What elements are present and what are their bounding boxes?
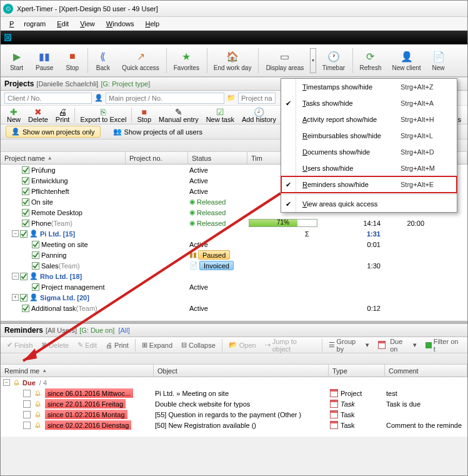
- row-checkbox[interactable]: [22, 220, 29, 227]
- row-checkbox[interactable]: [22, 198, 29, 206]
- expand-toggle[interactable]: −: [12, 230, 19, 237]
- menu-help[interactable]: Help: [140, 19, 164, 29]
- row-checkbox[interactable]: [32, 262, 39, 270]
- manual-entry-button[interactable]: ✎Manual entry: [155, 107, 202, 123]
- collapse-button[interactable]: ⊟Collapse: [177, 340, 219, 350]
- end-work-day-button[interactable]: 🏠End work day: [209, 46, 257, 76]
- favorites-button[interactable]: ★Favorites: [168, 46, 206, 76]
- reminder-grid[interactable]: −🕭Due/ 4🕭since 06.01.2016 Mittwoc...Pi L…: [1, 377, 467, 437]
- menu-item[interactable]: ✔Reminders show/hideStrg+Alt+E: [281, 176, 457, 193]
- reminder-group-row[interactable]: −🕭Due/ 4: [1, 377, 467, 388]
- sigma-icon: Σ: [305, 230, 309, 238]
- reminder-checkbox[interactable]: [23, 411, 31, 418]
- col-type[interactable]: Type: [329, 365, 385, 377]
- row-checkbox[interactable]: [22, 188, 29, 195]
- table-row[interactable]: Sales (Team)📄Invoiced1:30: [1, 260, 467, 271]
- table-row[interactable]: Meeting on siteActive0:01: [1, 239, 467, 250]
- open-button[interactable]: 📂Open: [225, 340, 260, 350]
- rem-delete-button[interactable]: ✖Delete: [37, 340, 72, 350]
- row-checkbox[interactable]: [22, 209, 29, 216]
- rem-edit-button[interactable]: ✎Edit: [74, 340, 101, 350]
- table-row[interactable]: Project managementActive: [1, 281, 467, 292]
- menu-item[interactable]: Users show/hideStrg+Alt+M: [281, 160, 457, 176]
- col-project-name[interactable]: Project name: [1, 152, 126, 164]
- start-button[interactable]: ▶Start: [3, 46, 31, 76]
- quick-access-button[interactable]: ↗Quick access: [117, 46, 164, 76]
- row-label: Phone: [31, 220, 51, 227]
- main-project-filter-input[interactable]: [106, 93, 224, 104]
- menu-item[interactable]: Documents show/hideStrg+Alt+D: [281, 144, 457, 160]
- row-checkbox[interactable]: [20, 230, 27, 238]
- show-all-projects-toggle[interactable]: 👥Show projects of all users: [108, 126, 207, 137]
- row-checkbox[interactable]: [20, 273, 27, 280]
- export-excel-button[interactable]: ⎘Export to Excel: [76, 107, 130, 123]
- display-areas-button[interactable]: ▭Display areas: [260, 46, 310, 76]
- filter-button[interactable]: Filter on t: [422, 337, 465, 354]
- group-by-button[interactable]: ☰Group by ▾: [325, 337, 373, 354]
- reminders-all-link[interactable]: [All]: [118, 327, 129, 334]
- timebar-button[interactable]: 🕐Timebar: [316, 46, 351, 76]
- table-row[interactable]: Panning▮▮Paused: [1, 250, 467, 260]
- menu-item[interactable]: Reimbursables show/hideStrg+Alt+L: [281, 128, 457, 144]
- menu-edit[interactable]: Edit: [52, 19, 74, 29]
- refresh-button[interactable]: ⟳Refresh: [354, 46, 387, 76]
- menu-item-quick-access[interactable]: ✔View areas quick access: [281, 196, 457, 212]
- menu-item[interactable]: Timestamps show/hideStrg+Alt+Z: [281, 79, 457, 95]
- delete-project-button[interactable]: ✖Delete: [24, 107, 52, 123]
- due-on-button[interactable]: Due on ▾: [374, 337, 421, 354]
- col-remind-me[interactable]: Remind me: [1, 365, 154, 377]
- table-row[interactable]: Additional task (Team)Active0:12: [1, 303, 467, 313]
- display-areas-dropdown-toggle[interactable]: ▾: [310, 48, 316, 73]
- print-button[interactable]: 🖨Print: [52, 107, 74, 123]
- jump-button[interactable]: ⇢Jump to object: [261, 337, 319, 354]
- display-areas-menu[interactable]: Timestamps show/hideStrg+Alt+Z✔Tasks sho…: [281, 78, 457, 213]
- reminder-row[interactable]: 🕭since 22.01.2016 FreitagDouble check we…: [1, 398, 467, 409]
- reminder-row[interactable]: 🕭since 02.02.2016 Dienstag[50] New Regis…: [1, 420, 467, 430]
- show-own-projects-toggle[interactable]: 👤Show own projects only: [6, 126, 101, 138]
- menu-view[interactable]: View: [75, 19, 100, 29]
- main-project-icon[interactable]: 📁: [227, 94, 236, 102]
- row-checkbox[interactable]: [32, 251, 39, 259]
- client-filter-input[interactable]: [4, 93, 92, 104]
- row-checkbox[interactable]: [22, 305, 29, 312]
- reminder-row[interactable]: 🕭since 06.01.2016 Mittwoc...Pi Ltd. » Me…: [1, 388, 467, 398]
- finish-button[interactable]: ✔Finish: [3, 340, 36, 350]
- rem-print-button[interactable]: 🖨Print: [102, 340, 132, 350]
- row-checkbox[interactable]: [22, 166, 29, 174]
- new-button[interactable]: 📄New: [427, 46, 451, 76]
- table-row[interactable]: Phone (Team)◉Released71%14:1420:00: [1, 218, 467, 228]
- expand-toggle[interactable]: +: [12, 294, 19, 301]
- reminder-checkbox[interactable]: [23, 400, 31, 408]
- col-comment[interactable]: Comment: [385, 365, 467, 377]
- row-checkbox[interactable]: [22, 177, 29, 185]
- stop-project-button[interactable]: ■Stop: [133, 107, 155, 123]
- client-icon[interactable]: 👤: [94, 94, 103, 102]
- pause-button[interactable]: ▮▮Pause: [31, 46, 59, 76]
- timer-icon[interactable]: ⏲: [4, 34, 11, 41]
- expand-toggle[interactable]: −: [12, 273, 19, 280]
- table-row[interactable]: −👤Rho Ltd. [18]: [1, 271, 467, 281]
- new-client-button[interactable]: 👤New client: [387, 46, 426, 76]
- row-checkbox[interactable]: [20, 294, 27, 301]
- menu-item[interactable]: ✔Tasks show/hideStrg+Alt+A: [281, 95, 457, 111]
- table-row[interactable]: +👤Sigma Ltd. [20]: [1, 292, 467, 303]
- col-status[interactable]: Status: [188, 152, 247, 164]
- project-name-filter-input[interactable]: [238, 93, 276, 104]
- new-project-button[interactable]: ✚New: [3, 107, 24, 123]
- reminder-checkbox[interactable]: [23, 390, 31, 397]
- expand-button[interactable]: ⊞Expand: [138, 340, 176, 350]
- menu-program[interactable]: Program: [4, 19, 51, 29]
- stop-button[interactable]: ■Stop: [59, 46, 86, 76]
- menu-windows[interactable]: Windows: [101, 19, 139, 29]
- reminder-checkbox[interactable]: [23, 422, 31, 429]
- add-history-button[interactable]: 🕘Add history: [238, 107, 280, 123]
- col-object[interactable]: Object: [154, 365, 329, 377]
- table-row[interactable]: −👤Pi Ltd. [15]Σ1:31: [1, 228, 467, 239]
- back-button[interactable]: ⟪Back: [89, 46, 117, 76]
- reminder-row[interactable]: 🕭since 01.02.2016 Montag[55] Question in…: [1, 409, 467, 420]
- col-project-no[interactable]: Project no.: [126, 152, 188, 164]
- new-task-button[interactable]: ☑New task: [202, 107, 238, 123]
- row-checkbox[interactable]: [32, 241, 39, 248]
- menu-item[interactable]: Activity report show/hideStrg+Alt+H: [281, 111, 457, 128]
- row-checkbox[interactable]: [32, 283, 39, 291]
